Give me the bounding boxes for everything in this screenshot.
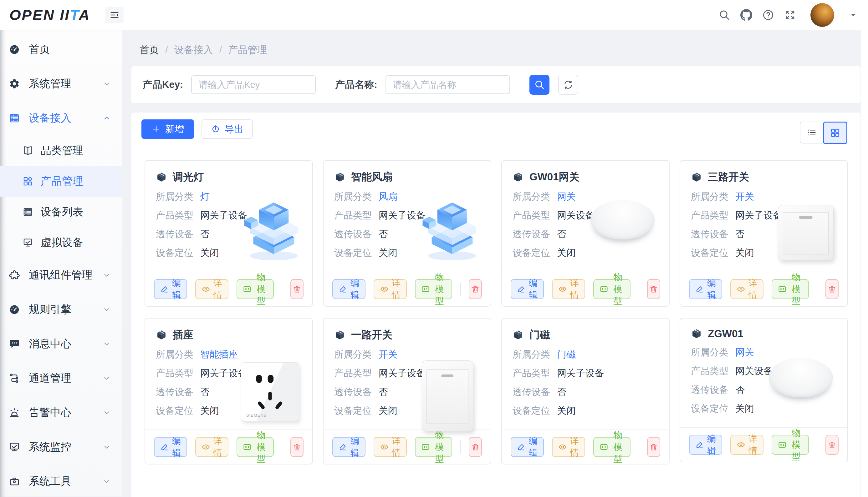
view-toggle	[800, 122, 848, 144]
product-key-input[interactable]	[191, 75, 316, 94]
pencil-icon	[160, 443, 169, 451]
search-icon[interactable]	[718, 9, 730, 21]
category-link[interactable]: 网关	[735, 346, 754, 358]
thing-model-button[interactable]: 物模型	[772, 279, 809, 299]
product-type-label: 产品类型	[156, 209, 193, 222]
trash-icon	[649, 443, 658, 451]
detail-button[interactable]: 详情	[195, 437, 229, 457]
delete-button[interactable]	[290, 437, 304, 457]
edit-label: 编辑	[172, 277, 181, 301]
question-icon[interactable]	[762, 9, 774, 21]
category-link[interactable]: 开关	[378, 348, 397, 361]
detail-button[interactable]: 详情	[552, 279, 585, 299]
thing-model-button[interactable]: 物模型	[593, 437, 631, 457]
edit-button[interactable]: 编辑	[689, 435, 722, 455]
sidebar-collapse-button[interactable]	[106, 7, 124, 23]
sidebar-item-comm-component-management[interactable]: 通讯组件管理	[0, 258, 122, 292]
sidebar-item-home[interactable]: 首页	[0, 32, 122, 67]
detail-button[interactable]: 详情	[730, 435, 763, 455]
user-avatar[interactable]	[810, 3, 834, 27]
category-link[interactable]: 风扇	[378, 190, 397, 203]
product-type-row: 产品类型 网关设备	[691, 365, 782, 377]
delete-button[interactable]	[647, 279, 660, 299]
detail-label: 详情	[392, 435, 400, 459]
product-type-row: 产品类型 网关子设备	[334, 367, 426, 380]
product-card-header: 门磁	[512, 328, 658, 342]
trash-icon	[471, 285, 480, 294]
delete-button[interactable]	[825, 435, 839, 455]
delete-button[interactable]	[469, 437, 482, 457]
edit-button[interactable]: 编辑	[511, 279, 544, 299]
category-link[interactable]: 开关	[735, 190, 754, 203]
product-image-wall-switch-tall	[422, 360, 473, 431]
sidebar-item-virtual-device[interactable]: 虚拟设备	[0, 227, 122, 258]
model-icon	[421, 443, 430, 451]
edit-button[interactable]: 编辑	[689, 279, 722, 299]
pencil-icon	[695, 285, 704, 294]
breadcrumb-item-home[interactable]: 首页	[140, 43, 159, 57]
sidebar-item-system-management[interactable]: 系统管理	[0, 67, 122, 101]
export-button[interactable]: 导出	[202, 119, 253, 139]
delete-button[interactable]	[825, 279, 839, 299]
category-row: 所属分类 智能插座	[156, 348, 247, 361]
product-name-input[interactable]	[386, 75, 510, 94]
detail-button[interactable]: 详情	[374, 279, 407, 299]
chevron-down-icon	[102, 443, 111, 451]
refresh-button[interactable]	[558, 75, 578, 95]
delete-button[interactable]	[290, 279, 304, 299]
product-type-value: 网关设备	[735, 365, 773, 377]
positioning-value: 关闭	[557, 247, 576, 259]
thing-model-button[interactable]: 物模型	[593, 279, 631, 299]
positioning-label: 设备定位	[334, 404, 372, 417]
sidebar-item-channel-management[interactable]: 通道管理	[0, 361, 122, 395]
thing-model-button[interactable]: 物模型	[237, 279, 274, 299]
product-card: 插座 所属分类 智能插座 产品类型 网关子设备 透传设备 否 设备定位 关闭 S…	[144, 318, 313, 465]
category-row: 所属分类 灯	[156, 190, 247, 203]
scrollbar[interactable]	[861, 30, 868, 497]
thing-model-button[interactable]: 物模型	[415, 279, 452, 299]
detail-button[interactable]: 详情	[195, 279, 229, 299]
positioning-label: 设备定位	[512, 404, 550, 417]
category-link[interactable]: 智能插座	[200, 348, 238, 361]
delete-button[interactable]	[469, 279, 482, 299]
eye-icon	[380, 443, 389, 451]
product-title: 门磁	[529, 328, 550, 342]
category-link[interactable]: 网关	[557, 190, 576, 203]
thing-model-button[interactable]: 物模型	[415, 437, 452, 457]
sidebar-item-device-access[interactable]: 设备接入	[0, 101, 122, 136]
edit-button[interactable]: 编辑	[154, 279, 187, 299]
thing-model-button[interactable]: 物模型	[237, 437, 274, 457]
sidebar-item-rule-engine[interactable]: 规则引擎	[0, 292, 122, 327]
list-view-button[interactable]	[800, 122, 823, 143]
edit-button[interactable]: 编辑	[154, 437, 187, 457]
sidebar-item-label: 虚拟设备	[41, 236, 83, 250]
grid-view-button[interactable]	[823, 122, 848, 144]
detail-button[interactable]: 详情	[374, 437, 407, 457]
category-link[interactable]: 灯	[200, 190, 210, 203]
chevron-down-icon	[102, 477, 111, 485]
eye-icon	[202, 285, 210, 294]
sidebar-item-alarm-center[interactable]: 告警中心	[0, 395, 122, 430]
add-button[interactable]: 新增	[141, 119, 194, 139]
sidebar-item-category-management[interactable]: 品类管理	[0, 136, 122, 166]
sidebar-item-system-tools[interactable]: 系统工具	[0, 464, 122, 497]
github-icon[interactable]	[740, 9, 752, 21]
edit-button[interactable]: 编辑	[332, 279, 366, 299]
sidebar-item-device-list[interactable]: 设备列表	[0, 197, 122, 227]
passthrough-label: 透传设备	[334, 386, 372, 398]
edit-button[interactable]: 编辑	[511, 437, 544, 457]
fullscreen-icon[interactable]	[784, 9, 796, 21]
detail-button[interactable]: 详情	[552, 437, 585, 457]
edit-button[interactable]: 编辑	[332, 437, 366, 457]
cube-icon	[512, 172, 524, 183]
search-button[interactable]	[529, 75, 550, 95]
caret-down-icon[interactable]	[849, 11, 857, 19]
sidebar-item-product-management[interactable]: 产品管理	[0, 166, 122, 197]
detail-button[interactable]: 详情	[730, 279, 763, 299]
category-link[interactable]: 门磁	[557, 348, 576, 361]
delete-button[interactable]	[647, 437, 660, 457]
thing-model-button[interactable]: 物模型	[772, 435, 809, 455]
sidebar-item-message-center[interactable]: 消息中心	[0, 327, 122, 361]
sidebar-item-system-monitor[interactable]: 系统监控	[0, 430, 122, 464]
category-label: 所属分类	[691, 346, 728, 358]
